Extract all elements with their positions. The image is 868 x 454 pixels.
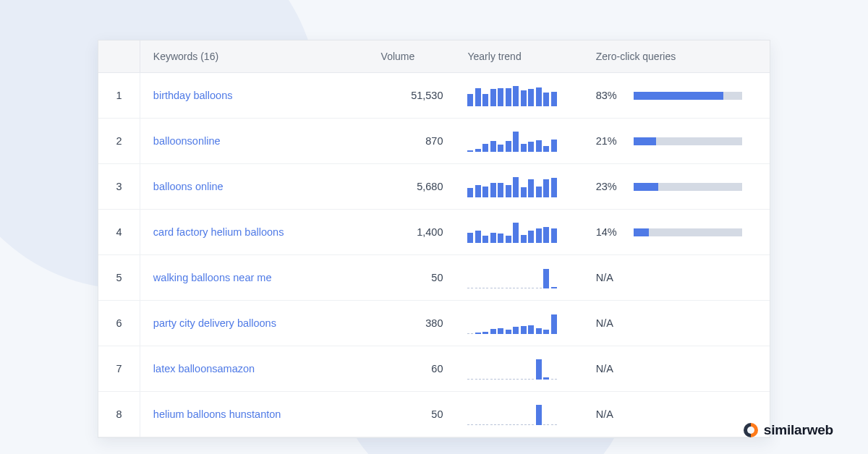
sparkline-bar	[536, 228, 542, 243]
zero-click-bar-fill	[634, 183, 659, 191]
zero-click-cell: 14%	[589, 210, 770, 255]
trend-cell	[460, 255, 588, 301]
sparkline-bar	[536, 328, 542, 334]
sparkline-bar	[475, 379, 481, 380]
keyword-link[interactable]: card factory helium balloons	[153, 226, 284, 238]
sparkline-bar	[521, 424, 527, 425]
sparkline-bar	[498, 424, 503, 425]
keyword-cell: balloons online	[140, 164, 373, 210]
sparkline-bar	[475, 333, 481, 334]
sparkline-bar	[513, 177, 519, 197]
sparkline-bar	[536, 140, 542, 152]
sparkline-bar	[490, 288, 496, 288]
keyword-cell: card factory helium balloons	[140, 210, 373, 255]
rank-cell: 1	[98, 73, 140, 119]
sparkline-bar	[506, 424, 511, 425]
zero-click-bar-fill	[634, 92, 724, 100]
keyword-link[interactable]: walking balloons near me	[153, 272, 272, 283]
keywords-table-panel: Keywords (16) Volume Yearly trend Zero-c…	[98, 40, 770, 438]
sparkline-bar	[467, 333, 473, 334]
header-zero-click[interactable]: Zero-click queries	[589, 40, 770, 73]
rank-cell: 7	[98, 346, 140, 392]
sparkline-bar	[528, 179, 534, 197]
sparkline-bar	[506, 379, 511, 380]
volume-cell: 51,530	[374, 73, 461, 119]
sparkline-bar	[551, 140, 557, 152]
header-volume[interactable]: Volume	[374, 40, 461, 73]
sparkline-bar	[521, 326, 527, 334]
keyword-link[interactable]: balloonsonline	[153, 135, 221, 147]
sparkline-bar	[528, 89, 534, 106]
sparkline-bar	[467, 379, 473, 380]
zero-click-wrap: 21%	[596, 135, 762, 147]
sparkline-bar	[475, 231, 481, 243]
trend-cell	[460, 346, 588, 392]
sparkline-bar	[498, 145, 503, 152]
zero-click-cell: 23%	[589, 164, 770, 210]
sparkline-bar	[513, 223, 519, 243]
sparkline-bar	[551, 379, 557, 380]
sparkline-bar	[490, 424, 496, 425]
keyword-cell: birthday balloons	[140, 73, 373, 119]
header-keywords[interactable]: Keywords (16)	[140, 40, 373, 73]
rank-cell: 2	[98, 119, 140, 164]
keyword-link[interactable]: latex balloonsamazon	[153, 363, 255, 374]
sparkline-bar	[498, 234, 503, 243]
sparkline-bar	[521, 90, 527, 106]
sparkline-chart	[467, 358, 581, 380]
zero-click-wrap: 14%	[596, 226, 762, 238]
volume-cell: 870	[374, 119, 461, 164]
keyword-link[interactable]: birthday balloons	[153, 90, 233, 101]
sparkline-bar	[513, 86, 519, 106]
sparkline-bar	[513, 132, 519, 152]
zero-click-cell: N/A	[589, 301, 770, 346]
sparkline-bar	[482, 144, 488, 152]
table-row: 6party city delivery balloons380N/A	[98, 301, 770, 346]
zero-click-bar	[634, 183, 742, 191]
sparkline-bar	[513, 424, 519, 425]
sparkline-chart	[467, 267, 581, 288]
rank-cell: 5	[98, 255, 140, 301]
sparkline-bar	[482, 332, 488, 334]
sparkline-bar	[490, 329, 496, 334]
sparkline-bar	[490, 379, 496, 380]
sparkline-bar	[521, 235, 527, 243]
table-row: 7latex balloonsamazon60N/A	[98, 346, 770, 392]
zero-click-percent: 21%	[596, 135, 625, 147]
sparkline-bar	[506, 288, 511, 288]
sparkline-bar	[536, 288, 542, 288]
zero-click-percent: 23%	[596, 181, 625, 192]
header-yearly-trend[interactable]: Yearly trend	[460, 40, 588, 73]
zero-click-wrap: 83%	[596, 90, 762, 101]
volume-cell: 50	[374, 255, 461, 301]
rank-cell: 4	[98, 210, 140, 255]
zero-click-cell: N/A	[589, 346, 770, 392]
sparkline-bar	[528, 325, 534, 334]
zero-click-cell: 21%	[589, 119, 770, 164]
sparkline-bar	[536, 359, 542, 380]
sparkline-bar	[506, 185, 511, 197]
sparkline-bar	[482, 187, 488, 197]
sparkline-bar	[513, 288, 519, 288]
sparkline-bar	[467, 150, 473, 152]
sparkline-bar	[482, 288, 488, 288]
keyword-link[interactable]: balloons online	[153, 181, 224, 192]
sparkline-bar	[551, 287, 557, 288]
zero-click-bar	[634, 137, 742, 145]
rank-cell: 8	[98, 392, 140, 437]
sparkline-bar	[490, 183, 496, 197]
keyword-link[interactable]: helium balloons hunstanton	[153, 408, 281, 420]
sparkline-bar	[543, 179, 549, 197]
sparkline-bar	[551, 228, 557, 243]
sparkline-bar	[475, 288, 481, 288]
sparkline-bar	[482, 379, 488, 380]
sparkline-bar	[475, 185, 481, 197]
brand-text: similarweb	[764, 422, 833, 438]
sparkline-chart	[467, 85, 581, 106]
sparkline-bar	[498, 379, 503, 380]
sparkline-chart	[467, 403, 581, 425]
zero-click-percent: 83%	[596, 90, 625, 101]
zero-click-wrap: 23%	[596, 181, 762, 192]
keyword-link[interactable]: party city delivery balloons	[153, 317, 276, 329]
sparkline-bar	[506, 330, 511, 334]
